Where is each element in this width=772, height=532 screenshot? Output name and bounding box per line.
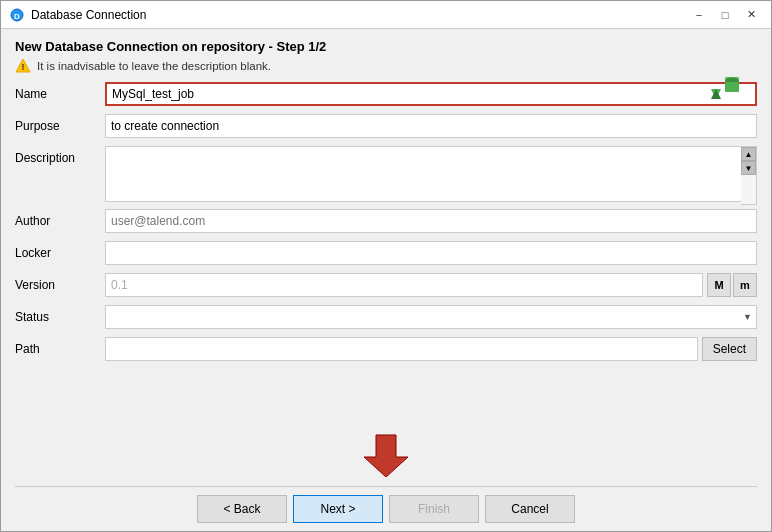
next-button[interactable]: Next >: [293, 495, 383, 523]
description-scrollbar-wrap: ▲ ▼: [105, 146, 757, 205]
path-input[interactable]: [105, 337, 698, 361]
locker-input[interactable]: [105, 241, 757, 265]
warning-icon: !: [15, 58, 31, 74]
version-minor-button[interactable]: m: [733, 273, 757, 297]
description-scrollbar: ▲ ▼: [741, 146, 757, 205]
action-icon: [707, 75, 743, 114]
svg-text:!: !: [22, 62, 25, 72]
status-label: Status: [15, 305, 105, 324]
name-control: [105, 82, 757, 106]
version-label: Version: [15, 273, 105, 292]
description-label: Description: [15, 146, 105, 165]
minimize-button[interactable]: −: [687, 5, 711, 25]
title-bar: D Database Connection − □ ✕: [1, 1, 771, 29]
path-label: Path: [15, 337, 105, 356]
window-controls: − □ ✕: [687, 5, 763, 25]
page-header: New Database Connection on repository - …: [15, 39, 757, 82]
description-row: Description ▲ ▼: [15, 146, 757, 205]
author-row: Author: [15, 209, 757, 237]
page-title: New Database Connection on repository - …: [15, 39, 326, 54]
back-button[interactable]: < Back: [197, 495, 287, 523]
version-input[interactable]: [105, 273, 703, 297]
close-button[interactable]: ✕: [739, 5, 763, 25]
purpose-label: Purpose: [15, 114, 105, 133]
next-arrow-icon: [364, 433, 408, 480]
svg-text:D: D: [14, 11, 20, 20]
select-path-button[interactable]: Select: [702, 337, 757, 361]
name-label: Name: [15, 82, 105, 101]
version-buttons: M m: [707, 273, 757, 297]
content-area: New Database Connection on repository - …: [1, 29, 771, 531]
form-area: Name Purpose Description: [15, 82, 757, 423]
version-row: Version M m: [15, 273, 757, 301]
version-control: M m: [105, 273, 757, 297]
svg-rect-6: [725, 82, 739, 92]
author-input[interactable]: [105, 209, 757, 233]
window-title: Database Connection: [31, 8, 687, 22]
path-row: Path Select: [15, 337, 757, 365]
maximize-button[interactable]: □: [713, 5, 737, 25]
scrollbar-up[interactable]: ▲: [741, 147, 756, 161]
author-label: Author: [15, 209, 105, 228]
name-input[interactable]: [105, 82, 757, 106]
description-control: ▲ ▼: [105, 146, 757, 205]
purpose-control: [105, 114, 757, 138]
app-icon: D: [9, 7, 25, 23]
name-row: Name: [15, 82, 757, 110]
bottom-area: < Back Next > Finish Cancel: [15, 423, 757, 523]
author-control: [105, 209, 757, 233]
status-select[interactable]: [105, 305, 757, 329]
locker-control: [105, 241, 757, 265]
locker-row: Locker: [15, 241, 757, 269]
status-row: Status: [15, 305, 757, 333]
purpose-row: Purpose: [15, 114, 757, 142]
version-major-button[interactable]: M: [707, 273, 731, 297]
footer-buttons: < Back Next > Finish Cancel: [15, 486, 757, 523]
description-input[interactable]: [105, 146, 757, 202]
cancel-button[interactable]: Cancel: [485, 495, 575, 523]
purpose-input[interactable]: [105, 114, 757, 138]
locker-label: Locker: [15, 241, 105, 260]
svg-marker-9: [364, 435, 408, 477]
scrollbar-down[interactable]: ▼: [741, 161, 756, 175]
main-window: D Database Connection − □ ✕ New Database…: [0, 0, 772, 532]
status-control: [105, 305, 757, 329]
warning-bar: ! It is inadvisable to leave the descrip…: [15, 58, 326, 74]
finish-button[interactable]: Finish: [389, 495, 479, 523]
path-control: Select: [105, 337, 757, 361]
warning-text: It is inadvisable to leave the descripti…: [37, 60, 271, 72]
status-select-wrap: [105, 305, 757, 329]
